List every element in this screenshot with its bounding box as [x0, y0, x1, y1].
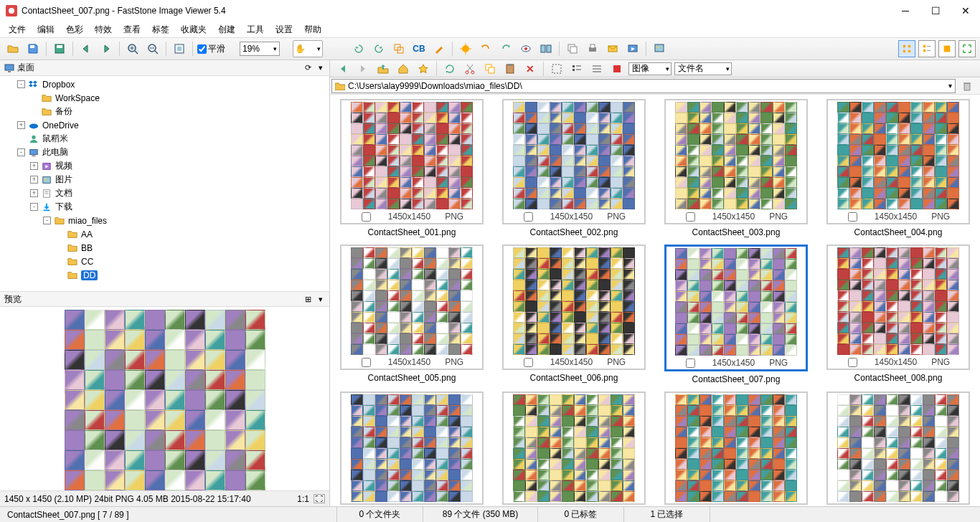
zoom-in-button[interactable] — [124, 40, 141, 57]
type-combo[interactable]: 图像 — [628, 62, 672, 75]
sort-combo[interactable]: 文件名 — [674, 62, 732, 75]
menu-设置[interactable]: 设置 — [271, 22, 297, 37]
thumb-item[interactable]: 1450x1450PNGContactSheet_003.png — [659, 99, 814, 237]
tree-item-文档[interactable]: +文档 — [0, 186, 329, 200]
thumb-item[interactable]: 1450x1450PNGContactSheet_006.png — [496, 245, 651, 384]
tree-item-miao_files[interactable]: -miao_files — [0, 214, 329, 227]
tree-item-BB[interactable]: BB — [0, 241, 329, 255]
tree-item-图片[interactable]: +图片 — [0, 173, 329, 186]
rotate-left-button[interactable] — [350, 40, 367, 57]
zoom-out-button[interactable] — [144, 40, 161, 57]
nav-forward-button[interactable] — [354, 60, 372, 77]
smooth-checkbox[interactable]: 平滑 — [197, 43, 225, 55]
path-combo[interactable]: C:\Users\alay9999\Downloads\miao_files\D… — [331, 79, 956, 93]
compare-button[interactable] — [537, 40, 555, 57]
color-button[interactable]: CB — [410, 40, 428, 57]
resize-button[interactable] — [390, 40, 407, 57]
menu-编辑[interactable]: 编辑 — [33, 22, 59, 37]
copy-button[interactable] — [564, 40, 581, 57]
tree-item-Dropbox[interactable]: -Dropbox — [0, 77, 329, 91]
back-button[interactable] — [77, 40, 95, 57]
menu-特效[interactable]: 特效 — [90, 22, 116, 37]
thumb-item[interactable] — [496, 392, 651, 505]
select-all-button[interactable] — [548, 60, 565, 77]
tree-item-AA[interactable]: AA — [0, 227, 329, 241]
rotate-right-button[interactable] — [370, 40, 387, 57]
minimize-button[interactable]: ─ — [897, 5, 914, 16]
thumb-item[interactable] — [821, 392, 976, 505]
save-as-button[interactable] — [24, 40, 42, 57]
expand-toggle[interactable]: - — [17, 80, 25, 88]
preview-settings-button[interactable]: ⊞ — [302, 295, 314, 304]
undo-button[interactable] — [477, 40, 494, 57]
menu-帮助[interactable]: 帮助 — [300, 22, 326, 37]
tree-item-OneDrive[interactable]: +OneDrive — [0, 118, 329, 132]
tree-refresh-button[interactable]: ⟳ — [302, 63, 314, 72]
copy-file-button[interactable] — [481, 60, 499, 77]
thumb-item[interactable] — [334, 392, 489, 505]
tree-item-WorkSpace[interactable]: WorkSpace — [0, 91, 329, 105]
thumbnail-grid[interactable]: 1450x1450PNGContactSheet_001.png1450x145… — [330, 95, 980, 506]
tree-item-视频[interactable]: +视频 — [0, 159, 329, 173]
thumb-checkbox[interactable] — [524, 212, 533, 222]
thumb-checkbox[interactable] — [686, 212, 695, 222]
expand-toggle[interactable]: + — [17, 121, 25, 129]
tree-item-下载[interactable]: -下载 — [0, 200, 329, 214]
tree-item-CC[interactable]: CC — [0, 255, 329, 268]
thumb-item[interactable]: 1450x1450PNGContactSheet_007.png — [659, 245, 814, 384]
menu-标签[interactable]: 标签 — [148, 22, 174, 37]
forward-button[interactable] — [98, 40, 115, 57]
folder-tree[interactable]: -DropboxWorkSpace备份+OneDrive鼠稻米-此电脑+视频+图… — [0, 76, 329, 291]
expand-toggle[interactable]: + — [30, 189, 38, 197]
redo-button[interactable] — [497, 40, 514, 57]
delete-button[interactable]: ✕ — [522, 60, 539, 77]
nav-back-button[interactable] — [334, 60, 352, 77]
tree-collapse-button[interactable]: ▾ — [315, 63, 326, 72]
expand-toggle[interactable]: - — [30, 203, 38, 211]
brush-button[interactable] — [430, 40, 448, 57]
nav-fav-button[interactable] — [415, 60, 432, 77]
thumb-checkbox[interactable] — [848, 212, 857, 222]
view-list-button[interactable] — [918, 40, 936, 57]
tree-item-此电脑[interactable]: -此电脑 — [0, 146, 329, 159]
preview-area[interactable] — [0, 307, 329, 490]
slideshow-button[interactable] — [624, 40, 641, 57]
nav-home-button[interactable] — [395, 60, 412, 77]
paste-button[interactable] — [501, 60, 519, 77]
stop-button[interactable] — [608, 60, 626, 77]
view-fullscreen-button[interactable] — [958, 40, 976, 57]
view-thumbnails-button[interactable] — [898, 40, 915, 57]
email-button[interactable] — [604, 40, 621, 57]
effect1-button[interactable] — [457, 40, 474, 57]
maximize-button[interactable]: ☐ — [927, 5, 944, 16]
expand-toggle[interactable]: - — [43, 217, 51, 224]
open-button[interactable] — [4, 40, 22, 57]
tree-item-鼠稻米[interactable]: 鼠稻米 — [0, 132, 329, 146]
preview-fit-button[interactable]: ⛶ — [314, 494, 325, 503]
thumb-item[interactable]: 1450x1450PNGContactSheet_002.png — [496, 99, 651, 237]
thumb-item[interactable]: 1450x1450PNGContactSheet_001.png — [334, 99, 489, 237]
menu-色彩[interactable]: 色彩 — [62, 22, 88, 37]
menu-查看[interactable]: 查看 — [119, 22, 145, 37]
preview-collapse-button[interactable]: ▾ — [315, 295, 326, 304]
detail-view-button[interactable] — [588, 60, 606, 77]
save-button[interactable] — [51, 40, 68, 57]
hand-tool-button[interactable]: ✋▾ — [293, 40, 323, 57]
expand-toggle[interactable]: + — [30, 176, 38, 184]
menu-工具[interactable]: 工具 — [242, 22, 268, 37]
thumb-item[interactable]: 1450x1450PNGContactSheet_004.png — [821, 99, 976, 237]
print-button[interactable] — [584, 40, 601, 57]
trash-button[interactable] — [958, 77, 976, 95]
view-single-button[interactable] — [938, 40, 956, 57]
refresh-button[interactable] — [441, 60, 458, 77]
expand-toggle[interactable]: + — [30, 162, 38, 170]
red-eye-button[interactable] — [517, 40, 534, 57]
expand-toggle[interactable]: - — [17, 148, 25, 156]
fit-button[interactable] — [171, 40, 188, 57]
zoom-combo[interactable]: 19%▾ — [240, 42, 280, 56]
thumb-checkbox[interactable] — [362, 358, 371, 367]
thumb-item[interactable]: 1450x1450PNGContactSheet_008.png — [821, 245, 976, 384]
menu-收藏夹[interactable]: 收藏夹 — [176, 22, 211, 37]
view-mode-button[interactable] — [568, 60, 585, 77]
menu-创建[interactable]: 创建 — [214, 22, 240, 37]
